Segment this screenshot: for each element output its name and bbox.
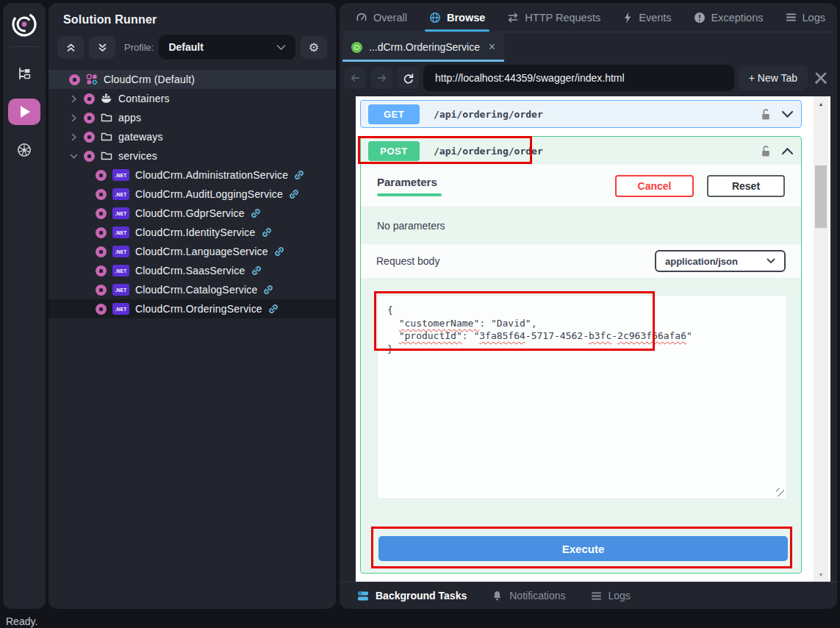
status-donut-icon	[96, 265, 107, 276]
tab-overall[interactable]: Overall	[356, 3, 407, 32]
get-method-badge: GET	[368, 104, 420, 124]
double-chevron-up-icon	[66, 43, 76, 52]
chevron-right-icon[interactable]	[69, 114, 78, 122]
dotnet-badge-icon: .NET	[112, 169, 129, 181]
expand-chevron-down-icon[interactable]	[781, 110, 794, 118]
collapse-all-button[interactable]	[57, 36, 84, 59]
content-type-value: application/json	[665, 256, 767, 267]
content-type-select[interactable]: application/json	[655, 250, 786, 272]
swagger-content: GET /api/ordering/order POST /api/orderi…	[356, 96, 814, 582]
lightning-icon	[622, 12, 633, 24]
tree-item-label: CloudCrm.CatalogService	[135, 284, 257, 296]
notifications-button[interactable]: Notifications	[492, 590, 565, 602]
dotnet-badge-icon: .NET	[112, 226, 129, 238]
solution-explorer-icon[interactable]	[8, 60, 40, 87]
cancel-button[interactable]: Cancel	[615, 175, 694, 197]
tree-item-cloudcrm[interactable]: CloudCrm (Default)	[49, 70, 336, 89]
status-donut-icon	[96, 227, 107, 238]
tab-http-requests[interactable]: HTTP Requests	[507, 3, 600, 32]
resize-handle[interactable]	[776, 488, 784, 496]
collapse-chevron-up-icon[interactable]	[781, 147, 794, 155]
link-icon[interactable]	[251, 265, 262, 276]
post-method-badge: POST	[368, 141, 420, 161]
profile-select[interactable]: Default	[159, 35, 295, 60]
link-icon[interactable]	[263, 285, 273, 295]
link-icon[interactable]	[268, 304, 279, 314]
tree-item-auditlogging-service[interactable]: .NET CloudCrm.AuditLoggingService	[49, 185, 336, 204]
new-tab-button[interactable]: + New Tab	[739, 65, 808, 90]
tree-item-containers[interactable]: Containers	[49, 89, 336, 108]
tab-logs[interactable]: Logs	[786, 3, 825, 32]
close-icon[interactable]: ×	[489, 40, 495, 54]
tree-item-label: services	[118, 150, 157, 162]
chevron-right-icon[interactable]	[69, 133, 78, 141]
expand-all-button[interactable]	[89, 36, 115, 59]
browser-tab-ordering-service[interactable]: ...dCrm.OrderingService ×	[342, 32, 504, 62]
dotnet-badge-icon: .NET	[112, 284, 129, 296]
link-icon[interactable]	[289, 189, 299, 199]
tree-item-label: CloudCrm (Default)	[104, 74, 195, 85]
kubernetes-icon[interactable]	[8, 137, 40, 163]
dotnet-badge-icon: .NET	[112, 246, 129, 257]
tree-item-language-service[interactable]: .NET CloudCrm.LanguageService	[49, 242, 336, 261]
url-input[interactable]: http://localhost:44359/swagger/index.htm…	[423, 65, 734, 91]
tab-label: Logs	[803, 12, 825, 24]
browser-tabstrip: ...dCrm.OrderingService ×	[340, 32, 837, 62]
page-scrollbar[interactable]: ▲ ▼	[814, 96, 828, 582]
exclamation-icon	[694, 12, 706, 24]
run-button[interactable]	[8, 99, 40, 125]
scissors-icon[interactable]	[814, 71, 828, 85]
bottom-toolbar: Background Tasks Notifications Logs	[340, 582, 837, 609]
back-button[interactable]	[344, 67, 366, 89]
tab-events[interactable]: Events	[622, 3, 671, 32]
arrow-left-icon	[350, 73, 361, 83]
parameters-active-indicator	[377, 193, 442, 196]
settings-button[interactable]: ⚙	[301, 36, 327, 59]
arrow-right-icon	[376, 73, 387, 83]
tree-item-label: Containers	[118, 93, 170, 104]
tree-item-catalog-service[interactable]: .NET CloudCrm.CatalogService	[49, 280, 336, 299]
tree-item-gdpr-service[interactable]: .NET CloudCrm.GdprService	[49, 204, 336, 223]
opblock-post-header[interactable]: POST /api/ordering/order	[361, 137, 801, 165]
no-parameters-text: No parameters	[361, 207, 801, 243]
tree-item-ordering-service[interactable]: .NET CloudCrm.OrderingService	[49, 299, 336, 318]
link-icon[interactable]	[251, 208, 261, 218]
bell-icon	[492, 590, 503, 602]
tree-item-apps[interactable]: apps	[49, 108, 336, 127]
forward-button[interactable]	[370, 67, 392, 89]
tasks-icon	[357, 590, 369, 602]
tree-item-gateways[interactable]: gateways	[49, 127, 336, 146]
unlock-icon[interactable]	[761, 145, 771, 157]
execute-button[interactable]: Execute	[378, 536, 788, 561]
request-body-editor[interactable]: { "customerName": "David", "productId": …	[377, 295, 787, 499]
link-icon[interactable]	[262, 227, 272, 238]
scroll-up-arrow[interactable]: ▲	[814, 98, 828, 110]
tab-exceptions[interactable]: Exceptions	[694, 3, 764, 32]
tree-item-label: gateways	[118, 131, 163, 143]
unlock-icon[interactable]	[761, 108, 771, 121]
tree-item-saas-service[interactable]: .NET CloudCrm.SaasService	[49, 261, 336, 280]
logs-button[interactable]: Logs	[591, 590, 631, 602]
docker-icon	[101, 93, 112, 104]
profile-label: Profile:	[124, 42, 154, 53]
opblock-get[interactable]: GET /api/ordering/order	[360, 100, 802, 128]
app-logo-icon	[10, 10, 39, 39]
tree-item-identity-service[interactable]: .NET CloudCrm.IdentityService	[49, 223, 336, 242]
chevron-right-icon[interactable]	[69, 95, 78, 103]
refresh-button[interactable]	[397, 67, 419, 89]
link-icon[interactable]	[274, 246, 284, 257]
tree-item-administration-service[interactable]: .NET CloudCrm.AdministrationService	[49, 165, 336, 185]
tab-browse[interactable]: Browse	[429, 3, 485, 32]
tree-item-services[interactable]: services	[49, 146, 336, 165]
background-tasks-button[interactable]: Background Tasks	[357, 590, 467, 602]
link-icon[interactable]	[294, 170, 304, 180]
reset-button[interactable]: Reset	[707, 175, 785, 197]
scroll-down-arrow[interactable]: ▼	[814, 568, 828, 580]
folder-icon	[101, 151, 112, 161]
list-lines-icon	[786, 13, 797, 22]
tree-item-label: CloudCrm.LanguageService	[135, 246, 268, 257]
scrollbar-thumb[interactable]	[815, 165, 827, 228]
panel-title: Solution Runner	[49, 3, 336, 26]
chevron-down-icon[interactable]	[69, 153, 78, 160]
solution-grid-icon	[86, 74, 98, 85]
